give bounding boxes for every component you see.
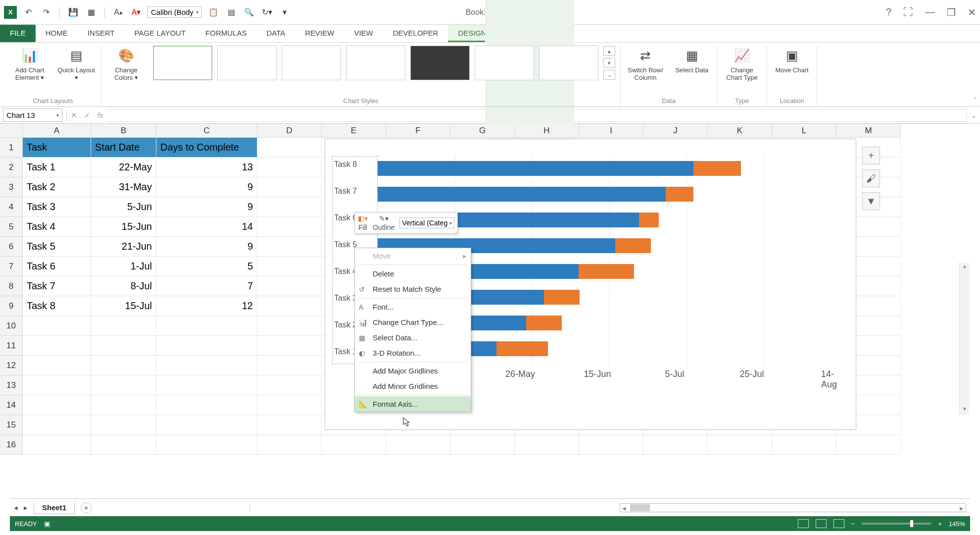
cell[interactable]	[257, 197, 322, 217]
chart-style-thumb[interactable]	[410, 46, 470, 80]
cell[interactable]: 14	[156, 217, 257, 237]
column-header[interactable]: H	[515, 124, 579, 138]
chart-styles-button[interactable]: 🖌	[862, 169, 880, 187]
zoom-out-button[interactable]: −	[851, 520, 855, 528]
tab-file[interactable]: FILE	[0, 25, 36, 42]
chart-style-thumb[interactable]	[282, 46, 341, 80]
paste-icon[interactable]: 📋	[207, 6, 220, 19]
cell[interactable]: 15-Jun	[91, 217, 156, 237]
row-header[interactable]: 1	[0, 138, 23, 158]
cancel-formula-icon[interactable]: ✕	[71, 111, 77, 120]
cell[interactable]	[257, 316, 322, 336]
zoom-slider[interactable]	[862, 523, 931, 525]
ctx-add-major-gridlines[interactable]: Add Major Gridlines	[355, 363, 471, 378]
column-header[interactable]: A	[23, 124, 91, 138]
chart-element-selector[interactable]: Vertical (Categ▾	[399, 217, 454, 228]
cell[interactable]: 31-May	[91, 177, 156, 197]
tab-insert[interactable]: INSERT	[78, 25, 125, 42]
column-header[interactable]: I	[579, 124, 643, 138]
row-header[interactable]: 2	[0, 158, 23, 177]
cell[interactable]: 8-Jul	[91, 276, 156, 296]
cell[interactable]: 21-Jun	[91, 237, 156, 257]
column-header[interactable]: D	[257, 124, 322, 138]
add-chart-element-button[interactable]: 📊Add Chart Element ▾	[10, 46, 49, 81]
cell[interactable]: 5-Jun	[91, 197, 156, 217]
tab-developer[interactable]: DEVELOPER	[383, 25, 448, 42]
row-header[interactable]: 15	[0, 415, 23, 435]
cell[interactable]	[156, 435, 257, 455]
column-header[interactable]: L	[772, 124, 836, 138]
cell[interactable]	[836, 435, 901, 455]
row-header[interactable]: 13	[0, 375, 23, 395]
cell[interactable]	[257, 415, 322, 435]
cell[interactable]	[257, 217, 322, 237]
row-header[interactable]: 9	[0, 296, 23, 316]
quick-layout-button[interactable]: ▤Quick Layout ▾	[56, 46, 96, 81]
cell[interactable]	[156, 316, 257, 336]
move-chart-button[interactable]: ▣Move Chart	[772, 46, 812, 74]
row-header[interactable]: 3	[0, 177, 23, 197]
cell[interactable]: 9	[156, 177, 257, 197]
cell[interactable]	[91, 435, 156, 455]
cell[interactable]	[23, 356, 91, 375]
ctx-font[interactable]: AFont...	[355, 299, 471, 315]
ctx-add-minor-gridlines[interactable]: Add Minor Gridlines	[355, 378, 471, 394]
cell[interactable]	[515, 435, 579, 455]
cell[interactable]	[156, 336, 257, 356]
cell[interactable]: Days to Complete	[156, 138, 257, 158]
ribbon-display-options-icon[interactable]: ⛶	[903, 6, 913, 18]
chart-style-thumb[interactable]	[475, 46, 534, 80]
cell[interactable]: 22-May	[91, 158, 156, 177]
gallery-scroll-up[interactable]: ▴	[603, 46, 615, 56]
font-size-inc-icon[interactable]: A▴	[112, 6, 125, 19]
cell[interactable]: 15-Jul	[91, 296, 156, 316]
undo-button[interactable]: ↶	[22, 6, 35, 19]
column-header[interactable]: E	[322, 124, 386, 138]
cell[interactable]	[257, 395, 322, 415]
cell[interactable]	[23, 316, 91, 336]
cell[interactable]	[91, 395, 156, 415]
cell[interactable]	[257, 138, 322, 158]
cell[interactable]: 13	[156, 158, 257, 177]
row-header[interactable]: 8	[0, 276, 23, 296]
calendar-icon[interactable]: ▤	[225, 6, 238, 19]
row-header[interactable]: 10	[0, 316, 23, 336]
page-layout-view-button[interactable]	[816, 519, 827, 528]
refresh-icon[interactable]: ↻▾	[260, 6, 273, 19]
enter-formula-icon[interactable]: ✓	[84, 111, 91, 120]
select-data-button[interactable]: ▦Select Data	[672, 46, 712, 74]
cell[interactable]: 5	[156, 257, 257, 276]
column-header[interactable]: J	[643, 124, 708, 138]
cell[interactable]: Task 5	[23, 237, 91, 257]
save-button[interactable]: 💾	[67, 6, 80, 19]
close-button[interactable]: ✕	[968, 6, 976, 18]
cell[interactable]	[23, 435, 91, 455]
gallery-scroll-down[interactable]: ▾	[603, 58, 615, 68]
cell[interactable]: Task 3	[23, 197, 91, 217]
cell[interactable]	[156, 375, 257, 395]
cell[interactable]	[322, 435, 386, 455]
fill-button[interactable]: ◧▾Fill	[358, 214, 368, 231]
normal-view-button[interactable]	[798, 519, 809, 528]
tab-data[interactable]: DATA	[256, 25, 295, 42]
cell[interactable]	[257, 237, 322, 257]
select-all-corner[interactable]	[0, 124, 23, 138]
cell[interactable]: Task 6	[23, 257, 91, 276]
gallery-more[interactable]: ⌄	[603, 70, 615, 80]
tab-page-layout[interactable]: PAGE LAYOUT	[124, 25, 196, 42]
column-header[interactable]: G	[450, 124, 515, 138]
print-preview-icon[interactable]: 🔍	[243, 6, 255, 19]
column-header[interactable]: M	[836, 124, 901, 138]
sheet-tab-sheet1[interactable]: Sheet1	[34, 501, 75, 514]
expand-formula-bar-icon[interactable]: ⌄	[971, 111, 977, 120]
new-sheet-icon[interactable]: ▦	[85, 6, 98, 19]
chart-style-thumb[interactable]	[346, 46, 405, 80]
row-header[interactable]: 6	[0, 237, 23, 257]
cell[interactable]	[257, 257, 322, 276]
cell[interactable]: Start Date	[91, 138, 156, 158]
chart-style-thumb[interactable]	[539, 46, 598, 80]
cell[interactable]	[91, 356, 156, 375]
ctx-format-axis[interactable]: 📐Format Axis...	[355, 396, 471, 412]
horizontal-scrollbar[interactable]: ◂▸	[620, 503, 966, 512]
chart-styles-gallery[interactable]: ▴ ▾ ⌄	[153, 46, 615, 80]
